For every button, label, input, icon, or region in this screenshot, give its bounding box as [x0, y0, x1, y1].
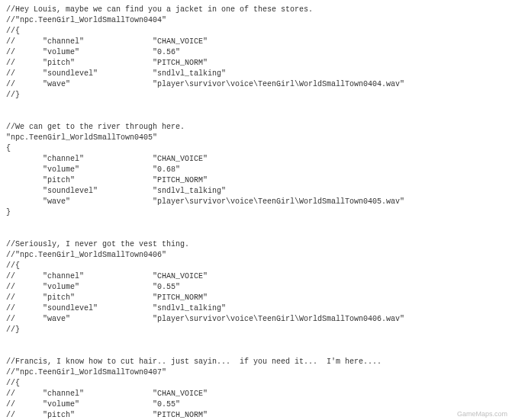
code-document: //Hey Louis, maybe we can find you a jac… [6, 5, 506, 420]
code-line [6, 346, 506, 357]
code-line: // "pitch" "PITCH_NORM" [6, 410, 506, 420]
code-line: "soundlevel" "sndlvl_talking" [6, 186, 506, 197]
code-line: "wave" "player\survivor\voice\TeenGirl\W… [6, 197, 506, 207]
code-line: //Francis, I know how to cut hair.. just… [6, 357, 506, 367]
code-line: //{ [6, 26, 506, 37]
code-line: // "pitch" "PITCH_NORM" [6, 58, 506, 69]
code-line: "pitch" "PITCH_NORM" [6, 175, 506, 186]
code-line: // "volume" "0.55" [6, 399, 506, 410]
watermark-text: GameMaps.com [457, 409, 507, 419]
code-line: // "volume" "0.55" [6, 282, 506, 293]
code-line [6, 101, 506, 111]
code-line [6, 229, 506, 239]
code-line: //Seriously, I never got the vest thing. [6, 239, 506, 250]
code-line: //{ [6, 261, 506, 271]
code-line: //} [6, 325, 506, 335]
code-line: } [6, 207, 506, 218]
code-line [6, 218, 506, 229]
code-line: //We can get to the river through here. [6, 122, 506, 133]
code-line: //"npc.TeenGirl_WorldSmallTown0404" [6, 15, 506, 26]
code-line: // "channel" "CHAN_VOICE" [6, 389, 506, 399]
code-line: "volume" "0.68" [6, 165, 506, 175]
code-line: // "pitch" "PITCH_NORM" [6, 293, 506, 303]
code-line [6, 335, 506, 346]
code-line: // "channel" "CHAN_VOICE" [6, 37, 506, 47]
code-line: // "soundlevel" "sndlvl_talking" [6, 69, 506, 79]
code-line: //{ [6, 378, 506, 389]
code-line [6, 111, 506, 122]
code-line: "npc.TeenGirl_WorldSmallTown0405" [6, 133, 506, 143]
code-line: "channel" "CHAN_VOICE" [6, 154, 506, 165]
code-line: //} [6, 90, 506, 101]
code-line: //"npc.TeenGirl_WorldSmallTown0406" [6, 250, 506, 261]
code-line: // "volume" "0.56" [6, 47, 506, 58]
code-line: // "wave" "player\survivor\voice\TeenGir… [6, 314, 506, 325]
code-line: //Hey Louis, maybe we can find you a jac… [6, 5, 506, 15]
code-line: //"npc.TeenGirl_WorldSmallTown0407" [6, 367, 506, 378]
code-line: // "soundlevel" "sndlvl_talking" [6, 303, 506, 314]
code-line: { [6, 143, 506, 154]
code-line: // "channel" "CHAN_VOICE" [6, 271, 506, 282]
code-line: // "wave" "player\survivor\voice\TeenGir… [6, 79, 506, 90]
